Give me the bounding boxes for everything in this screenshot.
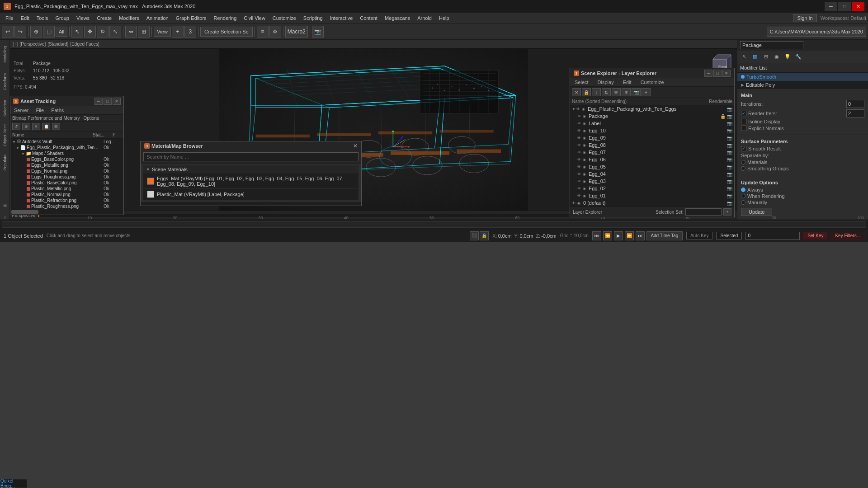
menu-megascans[interactable]: Megascans <box>381 14 414 22</box>
materials-radio-dot[interactable] <box>741 160 745 164</box>
frame-range-input[interactable] <box>745 232 800 240</box>
mb-scene-materials-header[interactable]: ▼ Scene Materials <box>143 165 359 174</box>
asset-plastic-normal[interactable]: Plastic_Normal.png Ok <box>10 192 123 197</box>
se-filter-btn[interactable]: ✕ <box>572 88 581 96</box>
se-menu-edit[interactable]: Edit <box>618 78 636 86</box>
asset-menu-server[interactable]: Server <box>10 106 32 114</box>
materials-radio[interactable]: Materials <box>741 160 864 165</box>
asset-eggs-normal[interactable]: Eggs_Normal.png Ok <box>10 168 123 174</box>
sidebar-bottom-icon[interactable]: ⊞ <box>0 192 10 219</box>
se-sort-btn[interactable]: ⇅ <box>602 88 611 96</box>
menu-content[interactable]: Content <box>356 14 381 22</box>
play-btn[interactable]: ▶ <box>614 231 623 240</box>
menu-animation[interactable]: Animation <box>143 14 172 22</box>
se-egg06-row[interactable]: 👁 ◉ Egg_06 📷 <box>570 156 734 163</box>
mb-scrollbar[interactable] <box>141 202 361 206</box>
panel-cursor-btn[interactable]: ↖ <box>739 52 749 62</box>
always-radio-dot[interactable] <box>741 188 745 192</box>
explicit-normals-cb[interactable]: Explicit Normals <box>741 126 864 131</box>
sign-in-btn[interactable]: Sign In <box>793 14 816 22</box>
camera-btn[interactable]: 📷 <box>312 26 324 38</box>
se-label-row[interactable]: 👁 ◉ Label 📷 <box>570 120 734 127</box>
asset-maps-folder[interactable]: 📁 Maps / Shaders <box>10 150 123 156</box>
explicit-normals-checkbox[interactable] <box>741 126 746 131</box>
menu-tools[interactable]: Tools <box>33 14 52 22</box>
asset-view-btn[interactable]: 📋 <box>42 123 50 130</box>
menu-help[interactable]: Help <box>435 14 453 22</box>
se-restore-btn[interactable]: □ <box>713 70 722 77</box>
mb-eggs-mat[interactable]: Eggs_Mat (VRayMtl) [Egg_01, Egg_02, Egg_… <box>143 174 359 189</box>
menu-group[interactable]: Group <box>52 14 73 22</box>
se-render-btn[interactable]: 📷 <box>632 88 641 96</box>
maximize-button[interactable]: □ <box>838 2 851 11</box>
se-egg02-row[interactable]: 👁 ◉ Egg_02 📷 <box>570 185 734 192</box>
view-label[interactable]: View <box>154 27 171 37</box>
update-button[interactable]: Update <box>741 208 772 216</box>
redo-btn[interactable]: ↪ <box>14 26 26 38</box>
move-btn[interactable]: ✥ <box>84 26 96 38</box>
sidebar-selection[interactable]: Selection <box>0 95 10 122</box>
se-lock-btn[interactable]: 🔒 <box>582 88 591 96</box>
align-btn[interactable]: ⊞ <box>138 26 150 38</box>
modifier-editable-poly[interactable]: ▶ Editable Poly <box>737 81 868 89</box>
sidebar-modeling[interactable]: Modeling <box>0 41 10 68</box>
panel-motion-btn[interactable]: ◉ <box>772 52 782 62</box>
se-freeze-btn[interactable]: ❄ <box>622 88 631 96</box>
asset-submenu-bitmap[interactable]: Bitmap Performance and Memory <box>12 116 80 121</box>
asset-plastic-refraction[interactable]: Plastic_Refraction.png Ok <box>10 197 123 203</box>
asset-eggs-basecolor[interactable]: Eggs_BaseColor.png Ok <box>10 156 123 162</box>
play-first-btn[interactable]: ⏮ <box>592 231 601 240</box>
asset-restore-btn[interactable]: □ <box>104 98 112 105</box>
se-layer-main[interactable]: ▼ 👁 ◉ Egg_Plastic_Packaging_with_Ten_Egg… <box>570 105 734 113</box>
select-btn[interactable]: ↖ <box>71 26 83 38</box>
se-expand-btn[interactable]: ↕ <box>592 88 601 96</box>
se-vis-btn[interactable]: 👁 <box>612 88 621 96</box>
panel-utilities-btn[interactable]: 🔧 <box>793 52 803 62</box>
panel-display-btn[interactable]: 💡 <box>783 52 793 62</box>
se-add-layer-btn[interactable]: + <box>723 208 731 216</box>
se-egg03-row[interactable]: 👁 ◉ Egg_03 📷 <box>570 178 734 185</box>
menu-civil-view[interactable]: Civil View <box>240 14 269 22</box>
scale-btn[interactable]: ⤡ <box>109 26 121 38</box>
asset-menu-paths[interactable]: Paths <box>47 106 67 114</box>
select-obj-btn[interactable]: ⊕ <box>30 26 42 38</box>
timeline-bar[interactable]: 0102030405060708090100 <box>2 221 866 228</box>
manually-radio-dot[interactable] <box>741 200 745 205</box>
isoline-cb[interactable]: Isoline Display <box>741 119 864 124</box>
mb-plastic-mat[interactable]: Plastic_Mat (VRayMtl) [Label, Package] <box>143 189 359 200</box>
menu-file[interactable]: File <box>2 14 17 22</box>
frame-input[interactable] <box>746 232 799 239</box>
smoothing-radio-dot[interactable] <box>741 166 745 171</box>
asset-scroll-thumb[interactable] <box>11 210 38 214</box>
se-default-row[interactable]: 👁 ◉ 0 (default) 📷 <box>570 199 734 206</box>
modifier-turbosmooth[interactable]: TurboSmooth <box>737 73 868 81</box>
se-egg04-row[interactable]: 👁 ◉ Egg_04 📷 <box>570 170 734 178</box>
mb-search-input[interactable] <box>143 152 359 161</box>
smooth-result-cb[interactable]: Smooth Result <box>741 146 864 151</box>
asset-vault[interactable]: 🏛 Autodesk Vault Log... <box>10 139 123 145</box>
se-minimize-btn[interactable]: ─ <box>704 70 712 77</box>
se-selection-set-input[interactable] <box>685 208 722 216</box>
prev-frame-btn[interactable]: ⏪ <box>603 231 612 240</box>
minimize-button[interactable]: ─ <box>825 2 837 11</box>
sidebar-populate[interactable]: Populate <box>0 149 10 176</box>
sidebar-freeform[interactable]: Freeform <box>0 68 10 95</box>
autokey-btn[interactable]: Auto Key <box>686 232 713 239</box>
filter-all-label[interactable]: All <box>56 27 67 37</box>
panel-modifier-btn[interactable]: ▦ <box>750 52 760 62</box>
close-button[interactable]: ✕ <box>852 2 864 11</box>
play-last-btn[interactable]: ⏭ <box>636 231 645 240</box>
menu-views[interactable]: Views <box>73 14 93 22</box>
se-package-row[interactable]: 👁 ◉ Package 🔒 📷 <box>570 113 734 120</box>
asset-file-row[interactable]: 📄 Egg_Plastic_Packaging_with_Ten... Ok <box>10 145 123 150</box>
rotate-btn[interactable]: ↻ <box>97 26 108 38</box>
isoline-checkbox[interactable] <box>741 119 746 124</box>
asset-close-btn[interactable]: ✕ <box>113 98 121 105</box>
menu-rendering[interactable]: Rendering <box>210 14 241 22</box>
asset-plastic-basecolor[interactable]: Plastic_BaseColor.png Ok <box>10 180 123 186</box>
se-add-btn[interactable]: + <box>642 88 651 96</box>
render-iters-input[interactable] <box>846 109 864 117</box>
menu-graph-editors[interactable]: Graph Editors <box>172 14 210 22</box>
set-key-btn[interactable]: Set Key <box>803 232 827 239</box>
smooth-result-checkbox[interactable] <box>741 146 746 151</box>
